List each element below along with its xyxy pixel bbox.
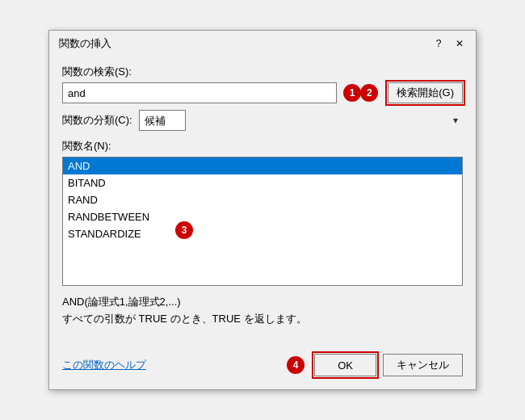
- category-select[interactable]: 候補: [139, 110, 186, 131]
- search-input-wrapper: 1: [62, 82, 337, 103]
- badge-2: 2: [360, 84, 378, 102]
- category-row: 関数の分類(C): 候補: [62, 110, 463, 131]
- insert-function-dialog: 関数の挿入 ? ✕ 関数の検索(S): 1 2 検索開始(G) 関数の分類(C)…: [48, 30, 477, 390]
- footer-buttons: 4 OK キャンセル: [287, 354, 463, 376]
- list-item[interactable]: STANDARDIZE: [63, 225, 462, 242]
- dialog-title: 関数の挿入: [59, 36, 111, 51]
- cancel-button[interactable]: キャンセル: [383, 354, 463, 376]
- list-item[interactable]: BITAND: [63, 174, 462, 191]
- search-input[interactable]: [62, 82, 337, 103]
- search-label: 関数の検索(S):: [62, 65, 463, 79]
- func-list-container: AND BITAND RAND RANDBETWEEN STANDARDIZE …: [62, 157, 463, 286]
- dialog-body: 関数の検索(S): 1 2 検索開始(G) 関数の分類(C): 候補 関数名(N…: [49, 55, 476, 389]
- func-text: すべての引数が TRUE のとき、TRUE を返します。: [62, 311, 463, 328]
- help-link[interactable]: この関数のヘルプ: [62, 358, 146, 372]
- func-list: AND BITAND RAND RANDBETWEEN STANDARDIZE: [63, 158, 462, 242]
- func-name-label: 関数名(N):: [62, 139, 463, 153]
- badge-4: 4: [287, 356, 304, 374]
- func-signature: AND(論理式1,論理式2,...): [62, 294, 463, 311]
- search-button[interactable]: 検索開始(G): [388, 82, 463, 103]
- badge-3: 3: [175, 221, 193, 239]
- help-title-button[interactable]: ?: [429, 36, 448, 52]
- search-row: 1 2 検索開始(G): [62, 82, 463, 103]
- dialog-footer: この関数のヘルプ 4 OK キャンセル: [62, 347, 463, 376]
- list-item[interactable]: RANDBETWEEN: [63, 208, 462, 225]
- func-list-wrapper[interactable]: AND BITAND RAND RANDBETWEEN STANDARDIZE: [62, 157, 463, 286]
- category-select-wrapper: 候補: [139, 110, 463, 131]
- title-bar: 関数の挿入 ? ✕: [49, 31, 476, 55]
- list-item[interactable]: RAND: [63, 191, 462, 208]
- list-item[interactable]: AND: [63, 158, 462, 174]
- close-button[interactable]: ✕: [450, 36, 469, 52]
- title-bar-controls: ? ✕: [429, 36, 469, 52]
- func-description: AND(論理式1,論理式2,...) すべての引数が TRUE のとき、TRUE…: [62, 294, 463, 334]
- badge-1: 1: [343, 84, 361, 102]
- category-label: 関数の分類(C):: [62, 113, 132, 128]
- ok-button[interactable]: OK: [314, 354, 376, 376]
